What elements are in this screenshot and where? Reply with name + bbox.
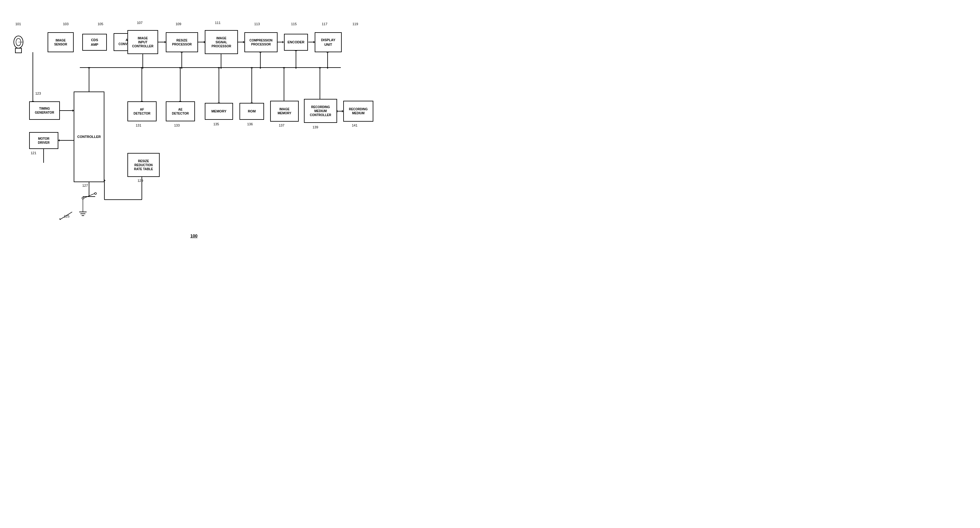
svg-marker-21 bbox=[181, 67, 183, 69]
compression-processor-block: COMPRESSIONPROCESSOR bbox=[244, 32, 278, 52]
arrow-125 bbox=[57, 209, 75, 221]
svg-point-78 bbox=[14, 36, 23, 48]
svg-marker-53 bbox=[319, 67, 321, 68]
svg-line-82 bbox=[60, 212, 72, 220]
cds-amp-block: CDSAMP bbox=[82, 34, 107, 51]
controller-block: CONTROLLER bbox=[74, 91, 104, 182]
image-signal-processor-block: IMAGESIGNALPROCESSOR bbox=[205, 30, 238, 54]
svg-marker-24 bbox=[220, 67, 222, 69]
svg-point-67 bbox=[82, 197, 84, 199]
diagram: 101 103 105 107 109 111 113 115 117 119 … bbox=[0, 0, 490, 264]
ref-115: 115 bbox=[291, 22, 297, 26]
ref-131: 131 bbox=[136, 123, 141, 127]
svg-point-69 bbox=[95, 193, 96, 195]
display-unit-block: DISPLAYUNIT bbox=[315, 32, 342, 52]
memory-block: MEMORY bbox=[205, 103, 233, 120]
resize-processor-block: RESIZEPROCESSOR bbox=[166, 32, 198, 52]
svg-marker-18 bbox=[142, 67, 144, 69]
encoder-block: ENCODER bbox=[284, 34, 308, 51]
ref-113: 113 bbox=[254, 22, 260, 26]
ref-107: 107 bbox=[137, 21, 142, 25]
resize-reduction-rate-table-block: RESIZEREDUCTIONRATE TABLE bbox=[127, 153, 160, 177]
svg-marker-50 bbox=[283, 67, 285, 68]
ref-119: 119 bbox=[352, 22, 358, 26]
svg-marker-30 bbox=[295, 67, 297, 69]
image-sensor-block: IMAGESENSOR bbox=[48, 32, 74, 52]
ae-detector-block: AEDETECTOR bbox=[166, 101, 195, 121]
motor-driver-block: MOTORDRIVER bbox=[29, 132, 58, 149]
ref-105: 105 bbox=[98, 22, 103, 26]
ref-117: 117 bbox=[322, 22, 327, 26]
ref-101: 101 bbox=[15, 22, 21, 26]
ref-141: 141 bbox=[352, 123, 357, 127]
svg-marker-14 bbox=[282, 41, 284, 43]
svg-marker-33 bbox=[326, 67, 329, 69]
svg-marker-63 bbox=[58, 139, 60, 142]
ref-137: 137 bbox=[279, 123, 284, 127]
image-input-controller-block: IMAGEINPUTCONTROLLER bbox=[127, 30, 158, 54]
ref-136: 136 bbox=[247, 122, 253, 126]
svg-point-79 bbox=[16, 38, 21, 46]
recording-medium-block: RECORDINGMEDIUM bbox=[343, 101, 373, 122]
svg-marker-27 bbox=[259, 67, 262, 69]
ref-121: 121 bbox=[31, 151, 36, 155]
svg-marker-44 bbox=[218, 67, 220, 68]
ref-111: 111 bbox=[215, 21, 220, 25]
image-memory-block: IMAGEMEMORY bbox=[270, 101, 299, 122]
system-label: 100 bbox=[190, 233, 197, 238]
svg-rect-80 bbox=[15, 48, 21, 53]
rom-block: ROM bbox=[239, 103, 264, 120]
svg-marker-83 bbox=[59, 219, 61, 220]
recording-medium-controller-block: RECORDINGMEDIUMCONTROLLER bbox=[304, 99, 337, 123]
af-detector-block: AFDETECTOR bbox=[127, 101, 157, 121]
timing-generator-block: TIMINGGENERATOR bbox=[29, 101, 60, 120]
svg-marker-41 bbox=[179, 67, 181, 68]
ref-133: 133 bbox=[174, 123, 180, 127]
ref-139: 139 bbox=[313, 125, 318, 129]
ref-109: 109 bbox=[176, 22, 181, 26]
ref-127: 127 bbox=[82, 184, 88, 187]
ref-135: 135 bbox=[213, 122, 219, 126]
ref-103: 103 bbox=[63, 22, 68, 26]
ref-123: 123 bbox=[35, 91, 41, 95]
svg-line-68 bbox=[84, 193, 95, 198]
svg-marker-38 bbox=[141, 67, 143, 68]
svg-marker-47 bbox=[251, 67, 253, 68]
svg-marker-36 bbox=[88, 67, 90, 68]
ref-129: 129 bbox=[138, 179, 143, 182]
